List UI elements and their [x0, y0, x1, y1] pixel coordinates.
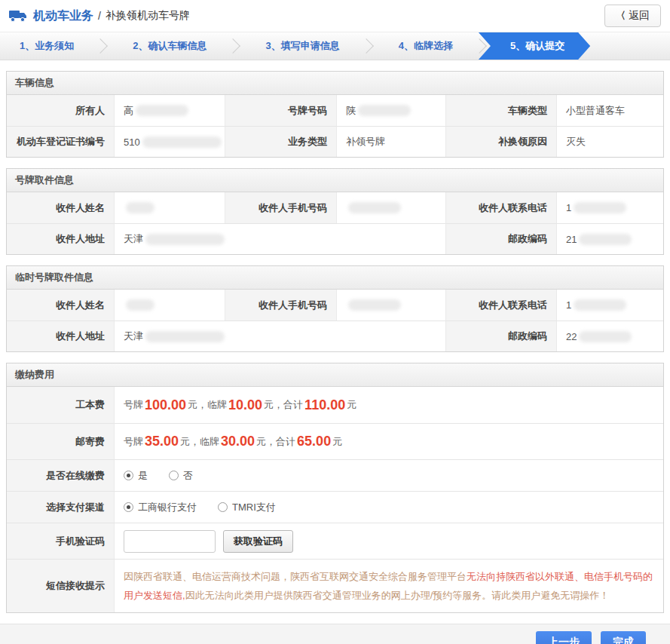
temp-fee-amount: 10.00: [228, 397, 262, 413]
online-payment-no-option[interactable]: 否: [169, 469, 193, 483]
zip-code-value: 22: [556, 320, 663, 351]
recipient-name-value: [114, 192, 225, 223]
recipient-name-value: [114, 290, 225, 320]
page-header: 机动车业务 / 补换领机动车号牌 〈 返回: [0, 0, 670, 32]
fees-title: 缴纳费用: [7, 363, 663, 387]
recipient-address-value: 天津: [114, 320, 445, 351]
total-postage-amount: 65.00: [297, 434, 331, 449]
redacted-name: [126, 299, 154, 311]
total-fee-amount: 110.00: [304, 397, 345, 413]
recipient-phone-value: 1: [556, 192, 663, 223]
vehicle-info-title: 车辆信息: [7, 72, 663, 95]
step-separator-chevron-icon: [359, 32, 379, 60]
channel-tmri-option[interactable]: TMRI支付: [218, 501, 276, 514]
zip-code-label: 邮政编码: [445, 320, 556, 351]
payment-channel-label: 选择支付渠道: [7, 491, 114, 523]
redacted-phone: [574, 202, 626, 213]
recipient-mobile-value: [336, 192, 445, 223]
sms-notice-label: 短信接收提示: [7, 559, 114, 612]
breadcrumb-separator: /: [98, 10, 101, 22]
step-1-business-notice[interactable]: 1、业务须知: [0, 32, 93, 60]
online-payment-yes-option[interactable]: 是: [124, 469, 148, 483]
back-button[interactable]: 〈 返回: [604, 5, 661, 27]
plate-pickup-panel: 号牌取件信息 收件人姓名 收件人手机号码 收件人联系电话 1 收件人地址 天津 …: [6, 168, 664, 255]
redacted-mobile: [348, 299, 401, 311]
redacted-address: [145, 331, 225, 342]
plate-number-value: 陕: [336, 95, 445, 126]
radio-selected-icon[interactable]: [124, 502, 133, 512]
recipient-mobile-value: [336, 290, 445, 320]
fees-panel: 缴纳费用 工本费 号牌100.00元， 临牌10.00元， 合计110.00元 …: [6, 363, 664, 613]
redacted-name: [126, 202, 154, 213]
recipient-name-label: 收件人姓名: [7, 290, 114, 320]
radio-selected-icon[interactable]: [124, 471, 133, 480]
sms-code-row: 获取验证码: [114, 523, 663, 559]
redacted-phone: [574, 299, 626, 311]
plate-postage-amount: 35.00: [145, 434, 179, 449]
redacted-owner: [136, 105, 188, 116]
online-payment-label: 是否在线缴费: [7, 459, 114, 491]
redacted-zip: [579, 331, 632, 342]
sms-notice-text: 因陕西省联通、电信运营商技术问题，陕西省互联网交通安全综合服务管理平台无法向持陕…: [114, 559, 663, 612]
radio-unselected-icon[interactable]: [169, 471, 179, 480]
production-fee-value: 号牌100.00元， 临牌10.00元， 合计110.00元: [114, 387, 663, 423]
sms-code-input[interactable]: [124, 530, 216, 553]
reg-cert-value: 510: [114, 126, 225, 157]
reg-cert-label: 机动车登记证书编号: [7, 126, 114, 157]
truck-icon: [9, 9, 27, 23]
plate-pickup-title: 号牌取件信息: [7, 169, 663, 192]
redacted-mobile: [348, 202, 401, 213]
recipient-phone-label: 收件人联系电话: [445, 290, 556, 320]
recipient-address-label: 收件人地址: [7, 320, 114, 351]
recipient-phone-value: 1: [556, 290, 663, 320]
reason-label: 补换领原因: [445, 126, 556, 157]
reason-value: 灭失: [556, 126, 663, 157]
temp-plate-pickup-panel: 临时号牌取件信息 收件人姓名 收件人手机号码 收件人联系电话 1 收件人地址 天…: [6, 265, 664, 352]
recipient-mobile-label: 收件人手机号码: [225, 192, 336, 223]
recipient-phone-label: 收件人联系电话: [445, 192, 556, 223]
recipient-address-label: 收件人地址: [7, 223, 114, 254]
previous-step-button[interactable]: 上一步: [536, 631, 592, 644]
zip-code-label: 邮政编码: [445, 223, 556, 254]
vehicle-type-value: 小型普通客车: [556, 95, 663, 126]
vehicle-info-panel: 车辆信息 所有人 高 号牌号码 陕 车辆类型 小型普通客车 机动车登记证书编号 …: [6, 71, 664, 158]
step-wizard: 1、业务须知 2、确认车辆信息 3、填写申请信息 4、临牌选择 5、确认提交: [0, 32, 670, 60]
footer-action-bar: 上一步 完成: [0, 624, 670, 644]
owner-label: 所有人: [7, 95, 114, 126]
redacted-reg-cert: [142, 136, 222, 148]
zip-code-value: 21: [556, 223, 663, 254]
back-chevron-icon: 〈: [616, 9, 626, 23]
step-2-confirm-vehicle[interactable]: 2、确认车辆信息: [113, 32, 226, 60]
breadcrumb-section[interactable]: 机动车业务: [33, 8, 93, 24]
step-5-confirm-submit[interactable]: 5、确认提交: [479, 32, 590, 60]
step-4-temp-plate[interactable]: 4、临牌选择: [379, 32, 473, 60]
temp-postage-amount: 30.00: [221, 434, 255, 449]
plate-fee-amount: 100.00: [145, 397, 186, 413]
back-button-label: 返回: [629, 9, 650, 23]
recipient-mobile-label: 收件人手机号码: [225, 290, 336, 320]
production-fee-label: 工本费: [7, 387, 114, 423]
vehicle-type-label: 车辆类型: [445, 95, 556, 126]
recipient-address-value: 天津: [114, 223, 445, 254]
radio-unselected-icon[interactable]: [218, 502, 228, 512]
payment-channel-options: 工商银行支付 TMRI支付: [114, 491, 663, 523]
finish-button[interactable]: 完成: [601, 631, 646, 644]
business-type-value: 补领号牌: [336, 126, 445, 157]
step-3-fill-application[interactable]: 3、填写申请信息: [246, 32, 359, 60]
online-payment-options: 是 否: [114, 459, 663, 491]
redacted-zip: [579, 234, 632, 245]
recipient-name-label: 收件人姓名: [7, 192, 114, 223]
channel-icbc-option[interactable]: 工商银行支付: [124, 501, 197, 514]
step-separator-chevron-icon: [226, 32, 246, 60]
business-type-label: 业务类型: [225, 126, 336, 157]
postage-fee-label: 邮寄费: [7, 423, 114, 459]
plate-number-label: 号牌号码: [225, 95, 336, 126]
step-separator-chevron-icon: [93, 32, 113, 60]
breadcrumb-current-page: 补换领机动车号牌: [106, 9, 190, 23]
owner-value: 高: [114, 95, 225, 126]
redacted-plate: [358, 105, 411, 116]
get-sms-code-button[interactable]: 获取验证码: [223, 530, 293, 553]
sms-code-label: 手机验证码: [7, 523, 114, 559]
redacted-address: [145, 234, 225, 245]
postage-fee-value: 号牌35.00元， 临牌30.00元， 合计65.00元: [114, 423, 663, 459]
